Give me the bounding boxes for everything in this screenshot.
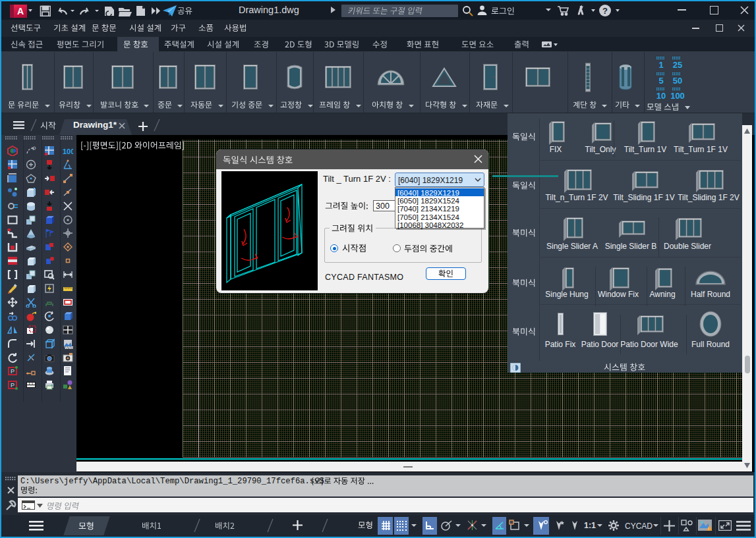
svg-text:?: ?: [602, 6, 608, 16]
svg-text:P: P: [11, 382, 15, 389]
svg-text:100: 100: [63, 148, 73, 155]
svg-text:WMF: WMF: [65, 345, 73, 349]
svg-text:P: P: [11, 368, 15, 375]
